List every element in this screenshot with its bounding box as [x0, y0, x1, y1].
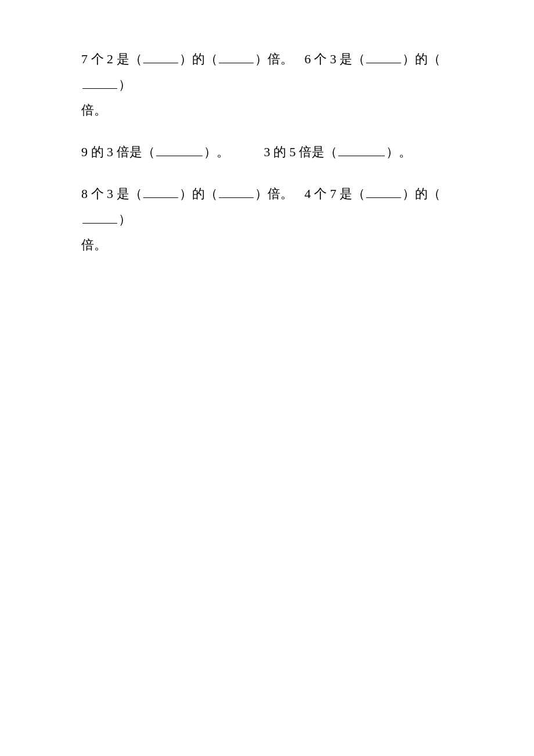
p2-blank2[interactable]: [338, 141, 385, 156]
p3-blank4[interactable]: [82, 208, 117, 224]
p1-blank4[interactable]: [82, 74, 117, 89]
problem-3-continuation: 倍。: [81, 232, 476, 258]
problem-1-line: 7 个 2 是（ ）的（ ）倍。 6 个 3 是（ ）的（ ）: [81, 46, 476, 98]
problem-2-line: 9 的 3 倍是（ ）。 3 的 5 倍是（ ）。: [81, 139, 476, 165]
p2-text2: ）。: [204, 139, 229, 165]
p1-blank1[interactable]: [143, 48, 178, 63]
p1-text4: 6 个 3 是（: [305, 46, 366, 72]
p1-blank3[interactable]: [366, 48, 401, 63]
p3-text5: ）的（: [402, 181, 441, 207]
p3-blank1[interactable]: [143, 183, 178, 198]
p3-cont-text: 倍。: [81, 237, 107, 252]
page: 7 个 2 是（ ）的（ ）倍。 6 个 3 是（ ）的（ ） 倍。 9 的 3…: [0, 0, 534, 756]
p3-text2: ）的（: [179, 181, 218, 207]
problem-1-continuation: 倍。: [81, 98, 476, 123]
p1-blank2[interactable]: [219, 48, 254, 63]
p3-blank3[interactable]: [366, 183, 401, 198]
p3-text4: 4 个 7 是（: [305, 181, 366, 207]
p1-text3: ）倍。: [255, 46, 293, 72]
p3-text6: ）: [118, 207, 131, 232]
p1-text5: ）的（: [402, 46, 441, 72]
p2-blank1[interactable]: [156, 141, 203, 156]
p2-text4: ）。: [386, 139, 412, 165]
p1-cont-text: 倍。: [81, 103, 107, 117]
p2-text1: 9 的 3 倍是（: [81, 139, 155, 165]
p3-text1: 8 个 3 是（: [81, 181, 142, 207]
p2-text3: 3 的 5 倍是（: [264, 139, 338, 165]
problem-3-line: 8 个 3 是（ ）的（ ）倍。 4 个 7 是（ ）的（ ）: [81, 181, 476, 232]
p1-text6: ）: [118, 72, 131, 98]
p1-text1: 7 个 2 是（: [81, 46, 142, 72]
p3-text3: ）倍。: [255, 181, 293, 207]
p1-text2: ）的（: [179, 46, 218, 72]
p3-blank2[interactable]: [219, 183, 254, 198]
